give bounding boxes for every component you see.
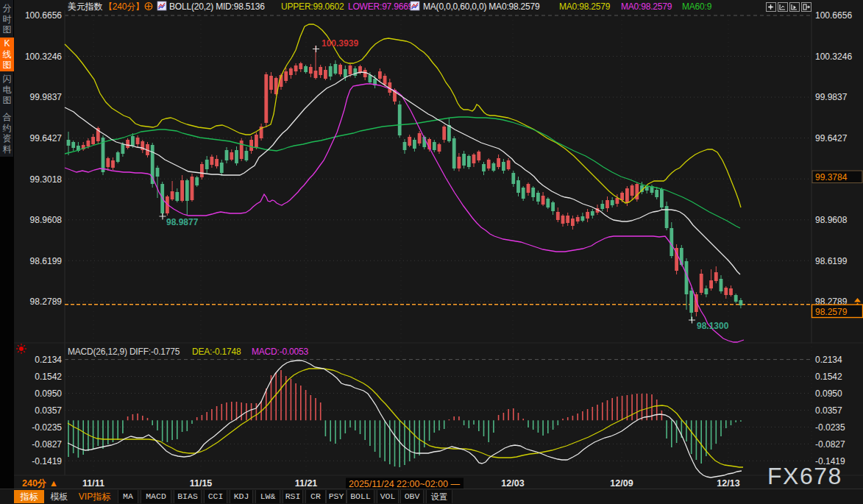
svg-text:98.6199: 98.6199 — [815, 256, 848, 266]
svg-text:12/03: 12/03 — [501, 478, 524, 489]
svg-text:98.6199: 98.6199 — [30, 256, 63, 266]
svg-text:100.3246: 100.3246 — [815, 52, 852, 62]
svg-text:FX678: FX678 — [767, 463, 842, 489]
svg-text:98.2789: 98.2789 — [30, 297, 63, 307]
svg-text:-0.0235: -0.0235 — [32, 422, 62, 433]
svg-text:MA0:98.2579: MA0:98.2579 — [559, 1, 611, 12]
svg-text:美元指数: 美元指数 — [68, 1, 102, 12]
svg-text:MACD:-0.0053: MACD:-0.0053 — [252, 347, 308, 357]
svg-text:100.3939: 100.3939 — [322, 38, 358, 49]
svg-text:DEA:-0.1748: DEA:-0.1748 — [192, 347, 241, 357]
svg-text:240分 ▲: 240分 ▲ — [22, 478, 58, 489]
svg-text:100.6656: 100.6656 — [25, 10, 62, 21]
svg-text:2025/11/24 22:00~02:00 —: 2025/11/24 22:00~02:00 — — [349, 479, 460, 489]
svg-text:98.2579: 98.2579 — [815, 307, 848, 317]
svg-text:0.2134: 0.2134 — [815, 355, 842, 365]
svg-text:0.1542: 0.1542 — [815, 372, 842, 382]
svg-text:99.6427: 99.6427 — [815, 133, 848, 143]
svg-text:BOLL(20,2) MID:98.5136: BOLL(20,2) MID:98.5136 — [169, 1, 265, 12]
svg-text:11/11: 11/11 — [82, 478, 104, 489]
svg-text:100.6656: 100.6656 — [815, 10, 852, 21]
svg-text:98.9608: 98.9608 — [815, 215, 848, 225]
svg-text:98.9608: 98.9608 — [30, 215, 63, 225]
svg-text:LOWER:97.9669: LOWER:97.9669 — [348, 1, 413, 12]
svg-text:0.0357: 0.0357 — [35, 405, 62, 416]
svg-text:11/21: 11/21 — [295, 478, 318, 489]
svg-text:-0.0827: -0.0827 — [815, 439, 845, 450]
svg-text:MA60:9: MA60:9 — [682, 1, 712, 12]
svg-text:99.9837: 99.9837 — [30, 92, 63, 102]
svg-text:12/09: 12/09 — [610, 478, 633, 489]
svg-text:-0.1419: -0.1419 — [32, 456, 62, 466]
svg-text:99.3784: 99.3784 — [815, 172, 848, 182]
svg-text:99.6427: 99.6427 — [30, 133, 63, 143]
svg-text:MA0:98.2579: MA0:98.2579 — [621, 1, 672, 12]
svg-text:98.1300: 98.1300 — [697, 321, 729, 331]
svg-text:0.0357: 0.0357 — [815, 405, 842, 416]
svg-text:100.3246: 100.3246 — [25, 52, 62, 62]
svg-text:-0.0235: -0.0235 — [815, 422, 845, 433]
svg-text:99.3018: 99.3018 — [30, 174, 63, 185]
svg-text:-0.0827: -0.0827 — [32, 439, 62, 450]
svg-text:MACD(26,12,9) DIFF:-0.1775: MACD(26,12,9) DIFF:-0.1775 — [68, 347, 180, 357]
svg-text:98.9877: 98.9877 — [166, 217, 199, 227]
svg-text:99.9837: 99.9837 — [815, 92, 848, 102]
svg-text:MA(0,0,0,60,0,0) MA0:98.2579: MA(0,0,0,60,0,0) MA0:98.2579 — [423, 1, 540, 12]
svg-text:0.0950: 0.0950 — [35, 388, 62, 399]
svg-text:0.2134: 0.2134 — [35, 355, 62, 365]
svg-text:12/13: 12/13 — [717, 478, 739, 489]
svg-text:【240分】: 【240分】 — [104, 1, 144, 12]
svg-text:UPPER:99.0602: UPPER:99.0602 — [281, 1, 344, 12]
svg-text:0.0950: 0.0950 — [815, 388, 842, 399]
svg-text:0.1542: 0.1542 — [35, 372, 62, 382]
svg-text:11/15: 11/15 — [190, 478, 213, 489]
